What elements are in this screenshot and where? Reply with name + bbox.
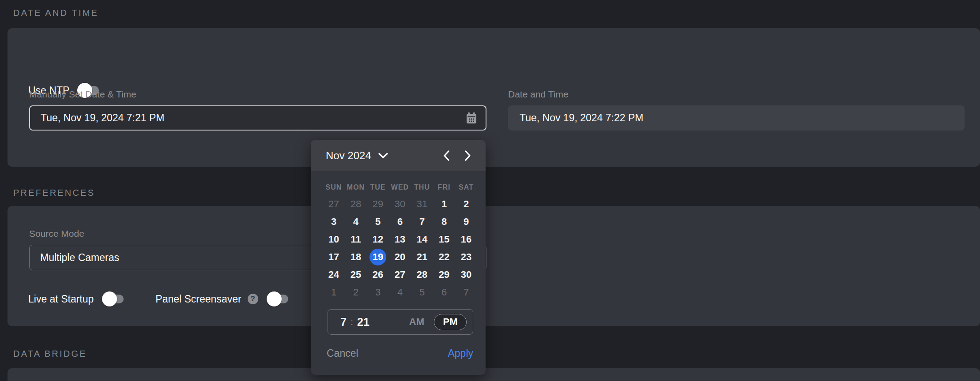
calendar-day[interactable]: 28: [411, 266, 433, 284]
question-mark-icon[interactable]: ?: [248, 294, 258, 304]
calendar-day[interactable]: 5: [411, 284, 433, 301]
am-option[interactable]: AM: [409, 316, 424, 328]
calendar-day-number: 26: [369, 266, 386, 283]
calendar-day[interactable]: 9: [455, 213, 477, 231]
manual-datetime-value: Tue, Nov 19, 2024 7:21 PM: [41, 112, 164, 124]
apply-button[interactable]: Apply: [448, 347, 473, 359]
current-datetime-value: Tue, Nov 19, 2024 7:22 PM: [520, 112, 643, 124]
live-at-startup-label: Live at Startup: [28, 293, 94, 305]
pm-option-label: PM: [443, 316, 458, 328]
calendar-day-number: 12: [369, 231, 386, 248]
hour-input[interactable]: 7: [340, 316, 347, 329]
calendar-day[interactable]: 25: [345, 266, 367, 284]
weekday-label: FRI: [433, 179, 455, 195]
calendar-day-number: 17: [325, 249, 342, 265]
calendar-day-number: 9: [458, 213, 475, 230]
live-at-startup-toggle[interactable]: [102, 291, 124, 307]
current-datetime-label: Date and Time: [508, 89, 569, 100]
calendar-day[interactable]: 22: [433, 248, 455, 266]
calendar-day[interactable]: 20: [389, 248, 411, 266]
calendar-day[interactable]: 28: [345, 195, 367, 213]
calendar-day[interactable]: 29: [433, 266, 455, 284]
calendar-day-number: 29: [436, 266, 452, 283]
calendar-day-number: 11: [347, 231, 364, 248]
calendar-day[interactable]: 7: [411, 213, 433, 231]
calendar-day[interactable]: 1: [433, 195, 455, 213]
calendar-day[interactable]: 5: [367, 213, 389, 231]
calendar-day-number: 13: [392, 231, 408, 248]
calendar-day-number: 6: [392, 213, 408, 230]
calendar-day-number: 31: [414, 196, 430, 213]
calendar-day-number: 27: [325, 196, 342, 213]
calendar-day[interactable]: 8: [433, 213, 455, 231]
calendar-day[interactable]: 12: [367, 231, 389, 248]
section-heading-data-bridge: DATA BRIDGE: [13, 349, 87, 359]
section-heading-preferences: PREFERENCES: [13, 188, 95, 198]
calendar-day[interactable]: 1: [323, 284, 345, 301]
minute-input[interactable]: 21: [357, 316, 369, 329]
calendar-day-number: 1: [436, 196, 452, 213]
date-picker-popup: Nov 2024: [311, 140, 486, 375]
manual-datetime-input[interactable]: Tue, Nov 19, 2024 7:21 PM: [29, 105, 486, 131]
calendar-day[interactable]: 4: [389, 284, 411, 301]
calendar-day-number: 2: [458, 196, 475, 213]
calendar-grid: SUNMONTUEWEDTHUFRISAT2728293031123456789…: [323, 179, 477, 301]
calendar-day[interactable]: 31: [411, 195, 433, 213]
weekday-label: WED: [389, 179, 411, 195]
calendar-day-number: 6: [436, 284, 452, 301]
calendar-day[interactable]: 15: [433, 231, 455, 248]
weekday-label: SUN: [323, 179, 345, 195]
calendar-day[interactable]: 2: [345, 284, 367, 301]
calendar-day[interactable]: 6: [433, 284, 455, 301]
calendar-day[interactable]: 30: [389, 195, 411, 213]
calendar-day[interactable]: 26: [367, 266, 389, 284]
toggle-knob: [102, 291, 117, 306]
calendar-day-number: 3: [369, 284, 386, 301]
calendar-day[interactable]: 23: [455, 248, 477, 266]
calendar-day[interactable]: 14: [411, 231, 433, 248]
calendar-day[interactable]: 18: [345, 248, 367, 266]
date-picker-header: Nov 2024: [311, 140, 486, 171]
calendar-day[interactable]: 30: [455, 266, 477, 284]
prev-month-button[interactable]: [440, 149, 453, 162]
weekday-label: TUE: [367, 179, 389, 195]
calendar-day[interactable]: 29: [367, 195, 389, 213]
weekday-label: THU: [411, 179, 433, 195]
calendar-day[interactable]: 19: [367, 248, 389, 266]
calendar-day-number: 18: [347, 249, 364, 265]
calendar-day[interactable]: 13: [389, 231, 411, 248]
pm-option[interactable]: PM: [434, 314, 467, 330]
month-dropdown[interactable]: Nov 2024: [326, 149, 388, 162]
calendar-day-number: 28: [414, 266, 430, 283]
calendar-day-number: 4: [392, 284, 408, 301]
calendar-day[interactable]: 7: [455, 284, 477, 301]
settings-screen: DATE AND TIME Use NTP Manually Set Date …: [0, 0, 980, 381]
cancel-button[interactable]: Cancel: [327, 347, 358, 359]
calendar-day[interactable]: 3: [323, 213, 345, 231]
date-picker-footer: Cancel Apply: [311, 344, 486, 363]
calendar-day[interactable]: 16: [455, 231, 477, 248]
calendar-day[interactable]: 11: [345, 231, 367, 248]
panel-screensaver-toggle[interactable]: [267, 291, 289, 307]
next-month-button[interactable]: [461, 149, 474, 162]
calendar-day-number: 3: [325, 213, 342, 230]
calendar-day[interactable]: 2: [455, 195, 477, 213]
calendar-day[interactable]: 17: [323, 248, 345, 266]
calendar-day[interactable]: 10: [323, 231, 345, 248]
calendar-day[interactable]: 27: [323, 195, 345, 213]
chevron-down-icon: [378, 153, 388, 159]
calendar-day[interactable]: 27: [389, 266, 411, 284]
source-mode-label: Source Mode: [29, 228, 84, 239]
calendar-day-number: 22: [436, 249, 452, 265]
calendar-icon[interactable]: [466, 112, 477, 124]
calendar-day-number: 30: [392, 196, 408, 213]
preferences-panel: Source Mode Multiple Cameras Live at Sta…: [8, 206, 980, 326]
calendar-day-number: 16: [458, 231, 475, 248]
calendar-day-number: 5: [414, 284, 430, 301]
calendar-day[interactable]: 4: [345, 213, 367, 231]
calendar-day-number: 14: [414, 231, 430, 248]
calendar-day[interactable]: 6: [389, 213, 411, 231]
calendar-day[interactable]: 3: [367, 284, 389, 301]
calendar-day[interactable]: 24: [323, 266, 345, 284]
calendar-day[interactable]: 21: [411, 248, 433, 266]
